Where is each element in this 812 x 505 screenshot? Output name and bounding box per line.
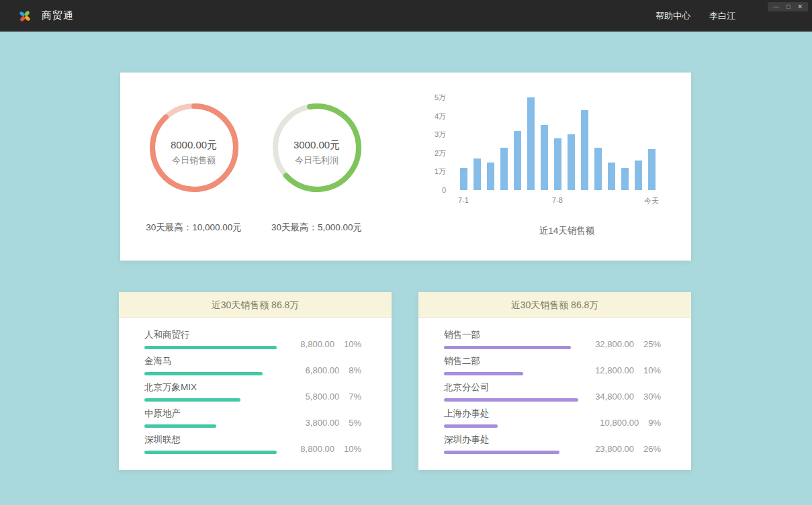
item-progress-bar bbox=[144, 372, 263, 375]
item-values: 8,800.0010% bbox=[285, 330, 361, 356]
item-label: 中原地产 bbox=[144, 408, 285, 419]
bar bbox=[473, 158, 481, 190]
item-values: 5,800.007% bbox=[285, 382, 361, 408]
item-progress-bar bbox=[444, 346, 571, 349]
item-values: 32,800.0025% bbox=[585, 330, 661, 356]
y-tick-label: 0 bbox=[442, 186, 446, 194]
bar bbox=[460, 168, 467, 190]
item-percent: 10% bbox=[344, 444, 361, 454]
bar bbox=[527, 97, 535, 190]
item-progress-bar bbox=[144, 451, 277, 454]
item-values: 10,800.009% bbox=[585, 408, 661, 434]
item-value: 34,800.00 bbox=[595, 392, 634, 402]
item-label: 人和商贸行 bbox=[144, 330, 285, 340]
bar-column bbox=[470, 97, 484, 190]
x-tick-label: 7-1 bbox=[458, 196, 469, 204]
list-item: 深圳办事处23,800.0026% bbox=[444, 434, 661, 461]
bar bbox=[500, 148, 508, 190]
bar bbox=[554, 138, 561, 190]
today-profit-label: 今日毛利润 bbox=[270, 154, 364, 167]
item-percent: 5% bbox=[349, 418, 361, 428]
close-button[interactable]: ✕ bbox=[797, 3, 803, 11]
customer-list: 人和商贸行8,800.0010%金海马6,800.008%北京万象MIX5,80… bbox=[119, 318, 392, 461]
item-label: 北京万象MIX bbox=[144, 382, 285, 393]
app-title: 商贸通 bbox=[42, 9, 74, 22]
app-window: 商贸通 帮助中心 李白江 — □ ✕ 8000.00元 今日销售额 30 bbox=[0, 0, 812, 505]
item-values: 23,800.0026% bbox=[585, 434, 661, 461]
item-left: 人和商贸行 bbox=[144, 330, 285, 356]
today-sales-donut: 8000.00元 今日销售额 30天最高：10,000.00元 bbox=[132, 101, 256, 234]
item-percent: 7% bbox=[349, 392, 361, 402]
item-percent: 10% bbox=[344, 339, 361, 349]
bar-column bbox=[537, 97, 551, 190]
today-profit-value: 3000.00元 bbox=[270, 140, 364, 150]
bar-column bbox=[564, 97, 578, 190]
item-left: 中原地产 bbox=[144, 408, 285, 434]
item-value: 8,800.00 bbox=[300, 339, 334, 349]
bar bbox=[648, 149, 656, 190]
customer-sales-card: 近30天销售额 86.8万 人和商贸行8,800.0010%金海马6,800.0… bbox=[119, 292, 392, 470]
department-list: 销售一部32,800.0025%销售二部12,800.0010%北京分公司34,… bbox=[418, 318, 691, 461]
sales-bar-chart: 01万2万3万4万5万 7-17-8今天 近14天销售额 bbox=[426, 97, 681, 237]
donut-center-text: 3000.00元 今日毛利润 bbox=[270, 140, 364, 167]
bar-column bbox=[484, 97, 497, 190]
bar bbox=[608, 163, 615, 190]
chart-title: 近14天销售额 bbox=[466, 225, 668, 237]
list-item: 销售二部12,800.0010% bbox=[444, 356, 661, 382]
minimize-button[interactable]: — bbox=[773, 3, 779, 11]
bar-column: 7-8 bbox=[551, 97, 564, 190]
stats-card: 8000.00元 今日销售额 30天最高：10,000.00元 3000.00元… bbox=[120, 73, 691, 261]
y-tick-label: 1万 bbox=[435, 167, 446, 177]
today-sales-value: 8000.00元 bbox=[147, 140, 241, 150]
item-left: 北京万象MIX bbox=[144, 382, 285, 408]
bar-column bbox=[524, 97, 537, 190]
item-value: 5,800.00 bbox=[306, 392, 340, 402]
donut-center-text: 8000.00元 今日销售额 bbox=[147, 140, 241, 167]
x-tick-label: 今天 bbox=[644, 196, 659, 206]
x-tick-label: 7-8 bbox=[552, 196, 563, 204]
y-tick-label: 2万 bbox=[435, 148, 446, 158]
item-left: 北京分公司 bbox=[444, 382, 585, 408]
sales-30day-max: 30天最高：10,000.00元 bbox=[132, 222, 256, 234]
department-card-title: 近30天销售额 86.8万 bbox=[418, 292, 691, 318]
item-left: 上海办事处 bbox=[444, 408, 585, 434]
bar bbox=[581, 110, 588, 190]
username-link[interactable]: 李白江 bbox=[709, 10, 735, 22]
bar bbox=[541, 125, 548, 190]
item-label: 销售一部 bbox=[444, 330, 585, 340]
bar-column: 7-1 bbox=[457, 97, 470, 190]
item-values: 34,800.0030% bbox=[585, 382, 661, 408]
item-values: 12,800.0010% bbox=[585, 356, 661, 382]
y-axis: 01万2万3万4万5万 bbox=[426, 97, 446, 190]
y-tick-label: 5万 bbox=[435, 93, 446, 103]
bar-column bbox=[604, 97, 618, 190]
item-label: 上海办事处 bbox=[444, 408, 585, 419]
bar bbox=[635, 160, 642, 190]
list-item: 人和商贸行8,800.0010% bbox=[144, 330, 361, 356]
bar bbox=[594, 148, 602, 190]
item-values: 6,800.008% bbox=[285, 356, 361, 382]
item-percent: 26% bbox=[643, 444, 661, 454]
item-left: 深圳办事处 bbox=[444, 434, 585, 461]
bar-column bbox=[591, 97, 604, 190]
item-value: 6,800.00 bbox=[306, 365, 340, 375]
bar-column bbox=[578, 97, 591, 190]
item-left: 金海马 bbox=[144, 356, 285, 382]
maximize-button[interactable]: □ bbox=[786, 3, 790, 11]
y-tick-label: 3万 bbox=[435, 130, 446, 140]
item-percent: 10% bbox=[643, 365, 661, 375]
bar-column bbox=[497, 97, 510, 190]
bar-column bbox=[510, 97, 524, 190]
item-progress-bar bbox=[144, 346, 277, 349]
item-left: 销售一部 bbox=[444, 330, 585, 356]
item-percent: 25% bbox=[643, 339, 661, 349]
item-value: 10,800.00 bbox=[600, 418, 639, 428]
list-item: 销售一部32,800.0025% bbox=[444, 330, 661, 356]
list-item: 北京分公司34,800.0030% bbox=[444, 382, 661, 408]
bar bbox=[514, 131, 521, 190]
item-left: 销售二部 bbox=[444, 356, 585, 382]
help-center-link[interactable]: 帮助中心 bbox=[656, 10, 690, 22]
item-value: 32,800.00 bbox=[595, 339, 634, 349]
window-controls: — □ ✕ bbox=[768, 2, 808, 11]
bar bbox=[487, 163, 494, 190]
